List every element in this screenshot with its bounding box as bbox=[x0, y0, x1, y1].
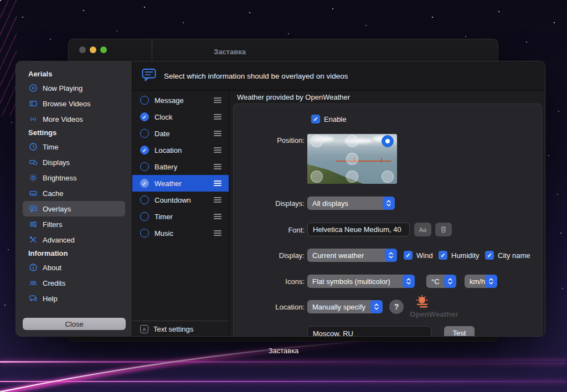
drag-handle-icon[interactable] bbox=[214, 131, 221, 136]
text-settings-button[interactable]: A Text settings bbox=[132, 321, 229, 337]
overlay-row-location[interactable]: Location bbox=[132, 142, 229, 158]
sidebar-section-header: Settings bbox=[16, 127, 132, 139]
provider-label: Weather provided by OpenWeather bbox=[237, 93, 350, 101]
checkbox-circle-icon[interactable] bbox=[140, 129, 149, 138]
sidebar-item-more-videos[interactable]: More Videos bbox=[16, 111, 125, 127]
minimize-traffic-light-icon[interactable] bbox=[90, 47, 96, 53]
openweather-logo-icon bbox=[412, 295, 432, 309]
sidebar-item-label: More Videos bbox=[43, 115, 83, 123]
overlay-row-music[interactable]: Music bbox=[132, 225, 229, 241]
city-name-checkbox-row[interactable]: City name bbox=[485, 251, 530, 260]
speed-unit-dropdown[interactable]: km/h bbox=[465, 275, 497, 288]
overlay-row-label: Message bbox=[154, 96, 208, 105]
drag-handle-icon[interactable] bbox=[214, 197, 221, 203]
overlay-row-message[interactable]: Message bbox=[132, 92, 229, 109]
film-icon bbox=[28, 99, 38, 109]
drag-handle-icon[interactable] bbox=[214, 230, 221, 236]
tools-icon bbox=[28, 235, 38, 245]
icons-label: Icons: bbox=[234, 277, 305, 286]
checkbox-circle-icon[interactable] bbox=[140, 212, 149, 221]
drag-handle-icon[interactable] bbox=[214, 214, 221, 219]
position-dot-top-left[interactable] bbox=[311, 135, 323, 147]
overlay-row-date[interactable]: Date bbox=[132, 125, 229, 142]
checkbox-circle-icon[interactable] bbox=[140, 146, 149, 154]
sidebar-item-credits[interactable]: Credits bbox=[16, 275, 125, 291]
sidebar-item-label: Browse Videos bbox=[43, 100, 90, 108]
wind-checkbox-row[interactable]: Wind bbox=[404, 251, 433, 260]
close-button[interactable]: Close bbox=[23, 318, 126, 330]
sidebar-item-displays[interactable]: Displays bbox=[16, 154, 125, 170]
font-reset-button[interactable] bbox=[435, 223, 452, 236]
sidebar-item-label: Credits bbox=[43, 279, 65, 287]
sidebar-item-label: Advanced bbox=[43, 236, 75, 244]
position-dot-bottom-right[interactable] bbox=[382, 171, 394, 183]
temperature-unit-dropdown[interactable]: °C bbox=[426, 275, 456, 288]
position-dot-top-center[interactable] bbox=[346, 135, 358, 147]
drag-handle-icon[interactable] bbox=[214, 97, 221, 103]
openweather-wordmark: OpenWeather bbox=[410, 310, 458, 318]
enable-checkbox-row[interactable]: Enable bbox=[311, 115, 346, 123]
panel-header-text: Select which information should be overl… bbox=[164, 72, 348, 80]
sidebar-item-help[interactable]: Help bbox=[16, 291, 125, 306]
checkbox-checked-icon[interactable] bbox=[439, 251, 447, 260]
golden-gate-bridge bbox=[336, 161, 391, 162]
icons-dropdown[interactable]: Flat symbols (multicolor) bbox=[307, 275, 415, 288]
displays-dropdown-value: All displays bbox=[312, 199, 348, 208]
font-field[interactable]: Helvetica Neue Medium, 40 bbox=[307, 223, 410, 236]
location-query-field[interactable]: Moscow, RU bbox=[307, 326, 431, 337]
sidebar-item-overlays[interactable]: Overlays bbox=[23, 201, 125, 216]
checkbox-circle-icon[interactable] bbox=[140, 195, 149, 204]
humidity-label: Humidity bbox=[451, 251, 480, 260]
sidebar-item-advanced[interactable]: Advanced bbox=[16, 232, 125, 247]
position-dot-top-right[interactable] bbox=[382, 135, 394, 147]
checkbox-checked-icon[interactable] bbox=[404, 251, 413, 260]
font-label: Font: bbox=[234, 226, 305, 234]
weather-settings-group: Enable Position: Displays: bbox=[233, 104, 542, 337]
position-dot-bottom-center[interactable] bbox=[346, 171, 358, 183]
sidebar-item-label: Cache bbox=[43, 189, 64, 198]
checkbox-circle-icon[interactable] bbox=[140, 112, 149, 121]
text-format-icon: A bbox=[140, 325, 148, 333]
checkbox-circle-icon[interactable] bbox=[140, 162, 149, 171]
drag-handle-icon[interactable] bbox=[214, 180, 221, 186]
test-button[interactable]: Test bbox=[444, 326, 475, 337]
checkbox-checked-icon[interactable] bbox=[311, 115, 320, 123]
sidebar-item-label: Filters bbox=[43, 220, 62, 229]
checkbox-circle-icon[interactable] bbox=[140, 96, 149, 105]
position-dot-bottom-left[interactable] bbox=[311, 171, 323, 183]
sidebar-item-time[interactable]: Time bbox=[16, 139, 125, 154]
overlay-row-countdown[interactable]: Countdown bbox=[132, 192, 229, 208]
sidebar-item-filters[interactable]: Filters bbox=[16, 216, 125, 232]
zoom-traffic-light-icon[interactable] bbox=[100, 47, 107, 53]
font-picker-button[interactable]: Aa bbox=[414, 223, 431, 236]
location-help-button[interactable]: ? bbox=[389, 300, 404, 314]
drag-handle-icon[interactable] bbox=[214, 147, 221, 153]
location-mode-value: Manually specify bbox=[312, 303, 365, 311]
drag-handle-icon[interactable] bbox=[214, 164, 221, 169]
location-mode-dropdown[interactable]: Manually specify bbox=[307, 300, 383, 313]
display-dropdown-value: Current weather bbox=[312, 251, 364, 260]
overlay-row-clock[interactable]: Clock bbox=[132, 109, 229, 125]
sidebar-item-browse-videos[interactable]: Browse Videos bbox=[16, 96, 125, 111]
sidebar-item-cache[interactable]: Cache bbox=[16, 185, 125, 201]
display-dropdown[interactable]: Current weather bbox=[307, 249, 397, 262]
sidebar-item-label: Now Playing bbox=[43, 84, 83, 92]
checkbox-circle-icon[interactable] bbox=[140, 179, 149, 188]
sidebar-item-label: Time bbox=[43, 143, 58, 151]
sun-icon bbox=[28, 173, 38, 183]
close-traffic-light-icon[interactable] bbox=[79, 47, 86, 53]
position-dot-middle-center[interactable] bbox=[346, 153, 358, 165]
overlay-row-weather[interactable]: Weather bbox=[132, 175, 229, 192]
humidity-checkbox-row[interactable]: Humidity bbox=[439, 251, 480, 260]
checkbox-circle-icon[interactable] bbox=[140, 229, 149, 238]
drag-handle-icon[interactable] bbox=[214, 114, 221, 120]
overlay-row-battery[interactable]: Battery bbox=[132, 158, 229, 175]
sidebar-item-now-playing[interactable]: Now Playing bbox=[16, 80, 125, 96]
displays-dropdown[interactable]: All displays bbox=[307, 197, 395, 210]
sliders-icon bbox=[28, 220, 38, 229]
overlay-row-timer[interactable]: Timer bbox=[132, 208, 229, 225]
sidebar-item-about[interactable]: About bbox=[16, 260, 125, 275]
sidebar-item-brightness[interactable]: Brightness bbox=[16, 170, 125, 185]
checkbox-checked-icon[interactable] bbox=[485, 251, 494, 260]
location-query-value: Moscow, RU bbox=[313, 329, 353, 337]
